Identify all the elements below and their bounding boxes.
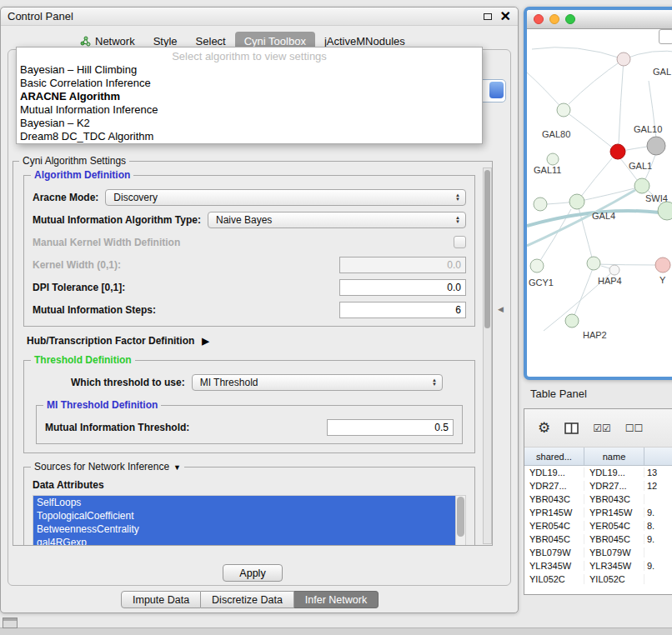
graph-node[interactable]	[557, 103, 570, 117]
which-threshold-value: MI Threshold	[200, 377, 258, 388]
tab-label: jActiveMNodules	[324, 35, 405, 48]
columns-icon[interactable]	[564, 422, 579, 434]
network-canvas[interactable]: GALGAL80GAL10GAL11GAL1SWI4GAL4GCY1HAP4YH…	[527, 29, 672, 358]
settings-scrollbar-thumb[interactable]	[484, 170, 490, 328]
tab-label: Cyni Toolbox	[244, 35, 306, 48]
graph-edges	[527, 48, 672, 331]
splitpane-collapse-icon[interactable]: ◀	[498, 305, 504, 313]
data-attributes-label: Data Attributes	[33, 479, 466, 491]
graph-node[interactable]	[655, 258, 670, 272]
graph-node[interactable]	[658, 202, 672, 220]
apply-button[interactable]: Apply	[223, 564, 283, 582]
table-row[interactable]: YDL19...YDL19...13	[524, 466, 672, 479]
graph-node[interactable]	[617, 52, 630, 66]
network-scroll-button[interactable]	[659, 29, 672, 44]
hub-definition-toggle[interactable]: Hub/Transcription Factor Definition ▶	[27, 335, 492, 347]
list-scrollbar[interactable]	[455, 496, 465, 546]
algorithm-option[interactable]: Mutual Information Inference	[17, 103, 482, 117]
dpi-tolerance-input[interactable]	[339, 279, 466, 296]
graph-node[interactable]	[547, 153, 559, 165]
gear-icon[interactable]: ⚙	[538, 419, 550, 437]
table-row[interactable]: YBR045CYBR045C9.	[524, 532, 672, 546]
network-graph: GALGAL80GAL10GAL11GAL1SWI4GAL4GCY1HAP4YH…	[527, 29, 672, 358]
attribute-item[interactable]: SelfLoops	[33, 496, 455, 509]
threshold-definition-title: Threshold Definition	[31, 354, 135, 366]
float-window-icon[interactable]	[484, 13, 492, 20]
attribute-item[interactable]: BetweennessCentrality	[33, 522, 455, 536]
table-row[interactable]: YLR345WYLR345W9.	[524, 559, 672, 572]
attribute-item[interactable]: gal4RGexp	[33, 536, 455, 546]
sources-group: Sources for Network Inference▼ Data Attr…	[23, 467, 475, 546]
table-row[interactable]: YER054CYER054C8.	[524, 519, 672, 532]
graph-node[interactable]	[647, 137, 665, 155]
table-row[interactable]: YIL052CYIL052C	[524, 572, 672, 586]
docked-panel-icon[interactable]	[3, 618, 18, 628]
algorithm-option[interactable]: ARACNE Algorithm	[17, 90, 482, 103]
graph-node-label: GAL11	[534, 165, 561, 175]
table-row[interactable]: YBR043CYBR043C	[524, 492, 672, 506]
select-all-icon[interactable]: ☑☑	[593, 422, 611, 434]
table-cell: 12	[644, 481, 672, 491]
table-cell: YPR145W	[584, 508, 644, 518]
graph-node[interactable]	[610, 144, 625, 159]
graph-node-label: Y	[659, 275, 666, 285]
table-row[interactable]: YDR27...YDR27...12	[524, 479, 672, 492]
graph-node[interactable]	[565, 314, 579, 328]
graph-node-label: SWI4	[645, 193, 668, 203]
mi-type-select[interactable]: Naive Bayes ▲▼	[208, 212, 466, 228]
mi-steps-input[interactable]	[339, 302, 466, 318]
table-cell: YBR043C	[524, 494, 584, 504]
table-cell: YBL079W	[584, 548, 644, 558]
mi-threshold-input[interactable]	[327, 419, 454, 436]
settings-scrollbar[interactable]	[483, 168, 492, 544]
attribute-item[interactable]: TopologicalCoefficient	[33, 509, 455, 522]
kernel-width-input	[339, 257, 466, 273]
bottom-tab-discretize-data[interactable]: Discretize Data	[201, 591, 294, 608]
algorithm-option[interactable]: Bayesian – Hill Climbing	[17, 63, 482, 77]
column-header-shared[interactable]: shared...	[524, 448, 584, 465]
algorithm-option[interactable]: Bayesian – K2	[17, 117, 482, 130]
algorithm-option[interactable]: Dream8 DC_TDC Algorithm	[17, 130, 482, 143]
aracne-mode-row: Aracne Mode: Discovery ▲▼	[33, 186, 466, 208]
table-row[interactable]: YBL079WYBL079W	[524, 546, 672, 559]
table-cell: 8.	[644, 521, 672, 531]
table-cell: YDR27...	[584, 481, 644, 491]
graph-node[interactable]	[634, 178, 649, 193]
table-cell: YER054C	[584, 521, 644, 531]
graph-node[interactable]	[587, 257, 600, 270]
close-icon[interactable]: ✕	[500, 12, 511, 22]
table-panel-window: ⚙ ☑☑ ☐☐ shared... name YDL19...YDL19...1…	[524, 408, 672, 595]
table-cell: 9.	[644, 561, 672, 571]
screen: Control Panel ✕ NetworkStyleSelectCyni T…	[0, 0, 672, 635]
graph-node[interactable]	[534, 198, 547, 211]
chevron-down-icon: ▼	[173, 463, 181, 472]
mi-threshold-title: MI Threshold Definition	[43, 399, 161, 411]
column-header-extra[interactable]	[644, 448, 672, 465]
table-row[interactable]: YPR145WYPR145W9.	[524, 506, 672, 519]
algorithm-definition-group: Algorithm Definition Aracne Mode: Discov…	[23, 175, 475, 327]
algorithm-option[interactable]: Basic Correlation Inference	[17, 77, 482, 90]
table-cell: YBL079W	[524, 548, 584, 558]
table-cell: YER054C	[524, 521, 584, 531]
graph-node-label: GAL4	[592, 211, 615, 221]
window-title: Control Panel	[8, 10, 73, 22]
sources-title[interactable]: Sources for Network Inference▼	[31, 461, 184, 472]
deselect-all-icon[interactable]: ☐☐	[625, 422, 644, 434]
column-header-name[interactable]: name	[584, 448, 644, 465]
graph-node[interactable]	[609, 265, 619, 275]
network-window-titlebar	[527, 10, 672, 29]
mac-zoom-button[interactable]	[565, 14, 575, 24]
graph-node[interactable]	[530, 259, 544, 272]
mac-close-button[interactable]	[534, 14, 544, 24]
mac-minimize-button[interactable]	[549, 14, 559, 24]
mi-threshold-row: Mutual Information Threshold:	[45, 416, 454, 438]
bottom-tab-impute-data[interactable]: Impute Data	[121, 591, 201, 608]
bottom-tab-infer-network[interactable]: Infer Network	[294, 591, 379, 608]
graph-node[interactable]	[569, 194, 584, 209]
which-threshold-select[interactable]: MI Threshold ▲▼	[192, 374, 443, 391]
graph-node-label: GAL80	[542, 129, 570, 139]
list-scrollbar-thumb[interactable]	[457, 497, 464, 537]
sources-title-text: Sources for Network Inference	[34, 461, 169, 472]
aracne-mode-select[interactable]: Discovery ▲▼	[105, 189, 466, 206]
manual-kernel-label: Manual Kernel Width Definition	[33, 237, 180, 248]
